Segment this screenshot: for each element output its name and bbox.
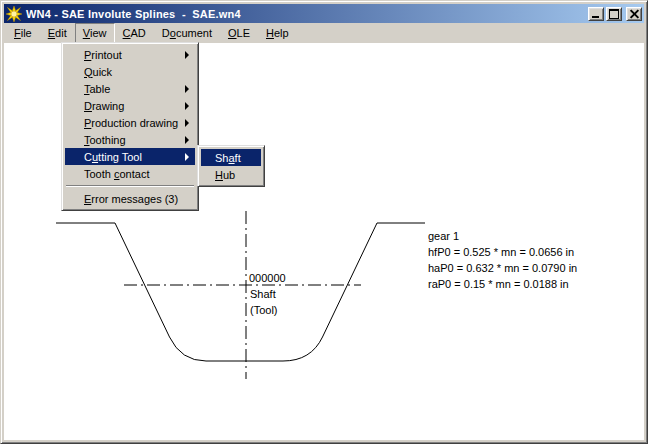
submenu-item-shaft[interactable]: Shaft	[201, 149, 261, 166]
menu-help[interactable]: Help	[258, 23, 297, 43]
window-title: WN4 - SAE Involute Splines - SAE.wn4	[26, 8, 241, 20]
titlebar[interactable]: WN4 - SAE Involute Splines - SAE.wn4	[4, 4, 644, 23]
maximize-button[interactable]	[606, 7, 622, 21]
menu-item-label: Error messages (3)	[84, 193, 178, 205]
menu-item-label: Production drawing	[84, 117, 178, 129]
menu-view[interactable]: View	[75, 23, 115, 43]
menu-item-label: Shaft	[215, 152, 241, 164]
sun-icon[interactable]	[6, 6, 22, 22]
view-menu-item-production-drawing[interactable]: Production drawing	[65, 114, 195, 131]
app-window: WN4 - SAE Involute Splines - SAE.wn4 Fil…	[0, 0, 648, 444]
close-icon	[630, 9, 639, 18]
menu-ole[interactable]: OLE	[220, 23, 258, 43]
view-menu-item-table[interactable]: Table	[65, 80, 195, 97]
maximize-icon	[609, 9, 619, 19]
submenu-item-hub[interactable]: Hub	[201, 166, 261, 183]
menu-file[interactable]: File	[6, 23, 40, 43]
view-menu-item-printout[interactable]: Printout	[65, 46, 195, 63]
menu-item-label: Hub	[215, 169, 235, 181]
view-menu-item-cutting-tool[interactable]: Cutting Tool	[65, 148, 195, 165]
menu-item-label: Quick	[84, 66, 112, 78]
menu-item-label: Tooth contact	[84, 168, 149, 180]
submenu-arrow-icon	[185, 102, 189, 110]
view-menu-item-drawing[interactable]: Drawing	[65, 97, 195, 114]
menu-item-label: Printout	[84, 49, 122, 61]
view-menu-item-error-messages[interactable]: Error messages (3)	[65, 190, 195, 207]
view-menu-item-toothing[interactable]: Toothing	[65, 131, 195, 148]
cutting-tool-submenu: Shaft Hub	[197, 145, 265, 187]
menu-cad[interactable]: CAD	[115, 23, 154, 43]
minimize-button[interactable]	[588, 7, 604, 21]
submenu-arrow-icon	[185, 85, 189, 93]
menu-item-label: Table	[84, 83, 110, 95]
menu-item-label: Drawing	[84, 100, 124, 112]
submenu-arrow-icon	[185, 119, 189, 127]
menu-item-label: Cutting Tool	[84, 151, 142, 163]
menu-item-label: Toothing	[84, 134, 126, 146]
submenu-arrow-icon	[185, 136, 189, 144]
view-menu-item-tooth-contact[interactable]: Tooth contact	[65, 165, 195, 182]
menu-edit[interactable]: Edit	[40, 23, 75, 43]
menu-document[interactable]: Document	[154, 23, 220, 43]
window-controls	[586, 7, 642, 21]
menu-separator	[66, 185, 194, 187]
menubar: File Edit View CAD Document OLE Help	[4, 23, 644, 43]
view-menu-item-quick[interactable]: Quick	[65, 63, 195, 80]
view-dropdown-menu: Printout Quick Table Drawing Production …	[61, 42, 199, 211]
submenu-arrow-icon	[185, 51, 189, 59]
close-button[interactable]	[626, 7, 642, 21]
submenu-arrow-icon	[185, 153, 189, 161]
minimize-icon	[592, 16, 599, 18]
